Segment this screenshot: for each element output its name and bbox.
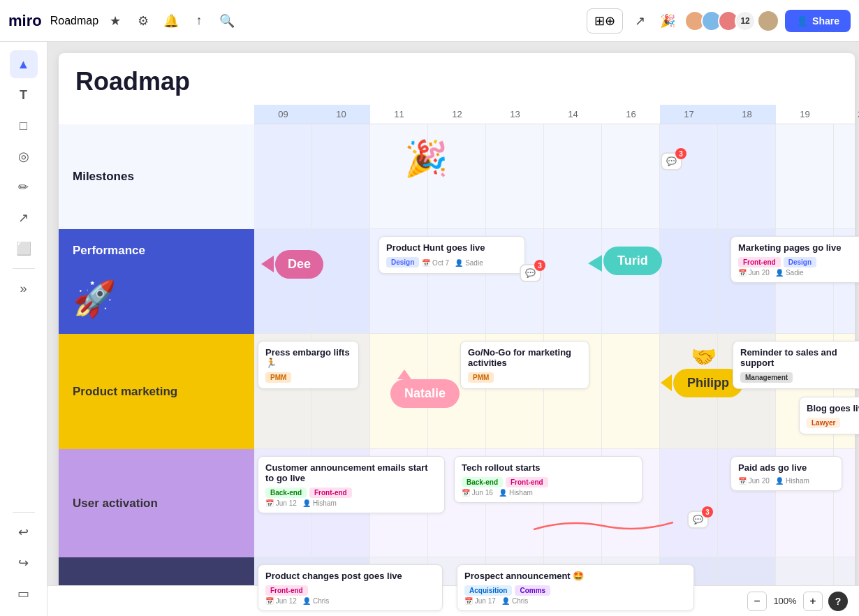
performance-label: Performance 🚀 (59, 229, 254, 334)
tag-front-end-tr: Front-end (506, 477, 548, 487)
tl-col-09: 09 (254, 105, 312, 124)
share-label: Share (812, 15, 839, 27)
comment-icon-2: 💬 (525, 268, 536, 278)
card-go-no-go[interactable]: Go/No-Go for marketing activities PMM (460, 341, 589, 389)
share-icon: 👤 (796, 15, 808, 27)
turid-bubble: Turid (603, 247, 662, 275)
tag-front-end-mp: Front-end (738, 257, 781, 267)
card-reminder-sales[interactable]: Reminder to sales and support Management (733, 341, 859, 389)
card-product-changes-title: Product changes post goes live (265, 571, 435, 581)
user-activation-row: User activation Customer announcement em… (59, 449, 855, 557)
star-icon[interactable]: ★ (104, 10, 126, 32)
apps-button[interactable]: ⊞⊕ (587, 8, 623, 34)
more-tools[interactable]: » (10, 274, 38, 302)
toolbar-right: ↗ 🎉 12 👤 Share (629, 10, 851, 32)
card-paid-ads[interactable]: Paid ads go live 📅 Jun 20 👤 Hisham (730, 456, 842, 491)
bottom-bar: − 100% + ? (47, 585, 859, 616)
miro-logo: miro (8, 12, 42, 30)
zoom-in-button[interactable]: + (803, 592, 823, 611)
card-marketing-pages[interactable]: Marketing pages go live Front-end Design… (730, 236, 859, 283)
comment-badge-user-activation[interactable]: 💬 3 (687, 511, 709, 529)
tag-back-end-tr: Back-end (462, 477, 503, 487)
share-button[interactable]: 👤 Share (785, 10, 851, 32)
card-product-hunt-tags: Design 📅 Oct 7 👤 Sadie (386, 257, 517, 267)
comment-count-performance: 3 (534, 260, 545, 271)
tl-col-19: 19 (776, 105, 834, 124)
sidebar-divider-2 (13, 512, 35, 513)
card-product-changes[interactable]: Product changes post goes live Front-end… (258, 564, 443, 611)
card-paid-ads-meta: 📅 Jun 20 👤 Hisham (738, 477, 835, 485)
performance-row: Performance 🚀 Dee (59, 229, 855, 334)
sticky-tool[interactable]: □ (10, 112, 38, 140)
left-sidebar: ▲ T □ ◎ ✏ ↗ ⬜ » ↩ ↪ ▭ (0, 42, 47, 616)
card-tech-rollout-title: Tech rollout starts (462, 462, 635, 473)
tag-back-end-ca: Back-end (265, 487, 307, 498)
celebration-icon[interactable]: 🎉 (656, 10, 679, 32)
product-marketing-label: Product marketing (59, 334, 254, 449)
card-marketing-pages-meta: 📅 Jun 20 👤 Sadie (738, 269, 859, 277)
help-button[interactable]: ? (828, 592, 848, 611)
card-product-hunt[interactable]: Product Hunt goes live Design 📅 Oct 7 👤 … (379, 236, 525, 274)
tag-pmm-pe: PMM (265, 372, 291, 383)
milestones-content: 🎉 💬 3 (254, 124, 855, 229)
card-customer-announcement[interactable]: Customer announcement emails start to go… (258, 456, 445, 513)
board-header: Roadmap (59, 53, 855, 105)
comment-count-ua: 3 (702, 506, 713, 518)
text-tool[interactable]: T (10, 81, 38, 109)
card-product-changes-meta: 📅 Jun 12 👤 Chris (265, 597, 435, 605)
product-marketing-row: Product marketing Press embargo lifts 🏃 (59, 334, 855, 449)
tl-col-13: 13 (486, 105, 544, 124)
comment-icon: 💬 (666, 156, 677, 166)
tag-pmm-gng: PMM (468, 372, 494, 383)
undo-button[interactable]: ↩ (10, 518, 38, 546)
card-tech-rollout-meta: 📅 Jun 16 👤 Hisham (462, 489, 635, 497)
comment-icon-3: 💬 (693, 515, 703, 525)
tl-col-20: 20 (834, 105, 859, 124)
card-customer-title: Customer announcement emails start to go… (265, 462, 437, 483)
dee-avatar: Dee (275, 250, 323, 279)
card-tech-rollout[interactable]: Tech rollout starts Back-end Front-end 📅… (454, 456, 643, 503)
card-prospect-meta: 📅 Jun 17 👤 Chris (464, 597, 687, 605)
rocket-emoji: 🚀 (73, 279, 116, 318)
user-activation-label: User activation (59, 449, 254, 557)
handshake-emoji: 🤝 (691, 344, 717, 369)
card-prospect-announcement[interactable]: Prospect announcement 🤩 Acquisition Comm… (457, 564, 694, 611)
tag-comms: Comms (515, 585, 550, 596)
arrow-tool[interactable]: ↗ (10, 204, 38, 232)
tl-col-16: 16 (602, 105, 660, 124)
card-marketing-pages-title: Marketing pages go live (738, 242, 859, 253)
pen-tool[interactable]: ✏ (10, 173, 38, 201)
settings-icon[interactable]: ⚙ (132, 10, 154, 32)
card-product-hunt-title: Product Hunt goes live (386, 242, 517, 253)
squiggle-annotation (534, 515, 673, 536)
redo-button[interactable]: ↪ (10, 549, 38, 577)
tag-design-mp: Design (784, 257, 816, 267)
tl-col-12: 12 (428, 105, 486, 124)
card-go-no-go-title: Go/No-Go for marketing activities (468, 347, 582, 368)
tag-acquisition: Acquisition (464, 585, 512, 596)
comment-badge-milestones[interactable]: 💬 3 (661, 152, 682, 170)
upload-icon[interactable]: ↑ (188, 10, 210, 32)
avatar-count[interactable]: 12 (735, 10, 756, 31)
milestones-label: Milestones (59, 124, 254, 229)
shapes-tool[interactable]: ◎ (10, 142, 38, 170)
frame-tool[interactable]: ⬜ (10, 235, 38, 263)
panel-button[interactable]: ▭ (10, 580, 38, 608)
pointer-tool[interactable]: ↗ (629, 10, 651, 32)
bell-icon[interactable]: 🔔 (160, 10, 182, 32)
tag-management: Management (740, 372, 793, 383)
search-icon[interactable]: 🔍 (216, 10, 238, 32)
zoom-level: 100% (772, 596, 798, 606)
select-tool[interactable]: ▲ (10, 50, 38, 78)
card-press-embargo[interactable]: Press embargo lifts 🏃 PMM (258, 341, 359, 389)
card-blog[interactable]: Blog goes live Lawyer (799, 397, 859, 434)
card-customer-meta: 📅 Jun 12 👤 Hisham (265, 499, 437, 507)
card-reminder-sales-title: Reminder to sales and support (740, 347, 859, 368)
user-activation-content: Customer announcement emails start to go… (254, 449, 855, 557)
comment-badge-performance[interactable]: 💬 3 (520, 264, 541, 282)
card-prospect-title: Prospect announcement 🤩 (464, 571, 687, 581)
board: Roadmap 09 10 11 12 13 14 16 17 18 19 20… (59, 53, 855, 616)
milestones-row: Milestones 🎉 💬 3 (59, 124, 855, 229)
topbar: miro Roadmap ★ ⚙ 🔔 ↑ 🔍 ⊞⊕ ↗ 🎉 12 👤 Share (0, 0, 859, 42)
zoom-out-button[interactable]: − (747, 592, 767, 611)
